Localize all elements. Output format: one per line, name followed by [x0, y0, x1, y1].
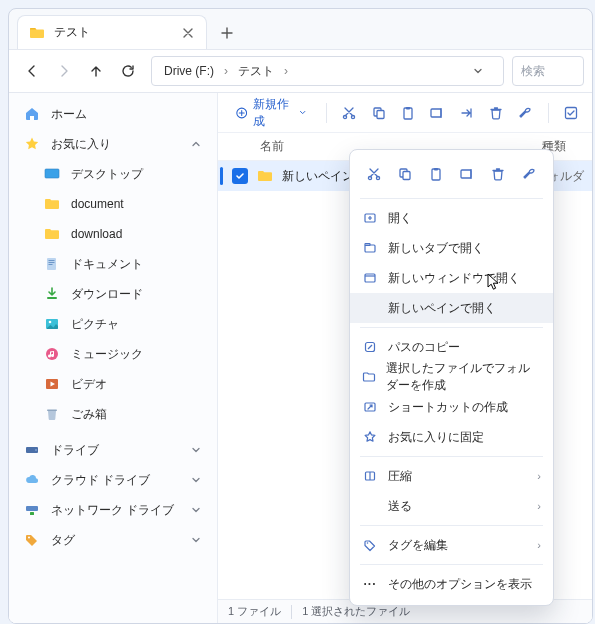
menu-copy-path[interactable]: パスのコピー: [350, 332, 553, 362]
tab-active[interactable]: テスト: [17, 15, 207, 49]
select-button[interactable]: [559, 98, 584, 128]
svg-rect-15: [30, 512, 34, 515]
menu-compress[interactable]: 圧縮 ›: [350, 461, 553, 491]
star-icon: [23, 135, 41, 153]
svg-rect-21: [377, 110, 384, 118]
plus-circle-icon: [236, 106, 247, 120]
ctx-properties-button[interactable]: [516, 160, 543, 188]
tab-title: テスト: [54, 24, 90, 41]
address-bar: Drive (F:) › テスト › 検索: [9, 49, 592, 93]
svg-rect-22: [404, 108, 412, 119]
svg-rect-31: [434, 168, 438, 171]
delete-button[interactable]: [483, 98, 508, 128]
menu-send-to[interactable]: 送る ›: [350, 491, 553, 521]
ctx-paste-button[interactable]: [422, 160, 449, 188]
menu-open[interactable]: 開く: [350, 203, 553, 233]
ctx-rename-button[interactable]: [454, 160, 481, 188]
new-button[interactable]: 新規作成: [226, 99, 316, 127]
svg-point-27: [376, 176, 379, 179]
sidebar-item-label: ビデオ: [71, 376, 107, 393]
new-tab-button[interactable]: [211, 17, 243, 49]
search-input[interactable]: 検索: [512, 56, 584, 86]
sidebar-item-downloads[interactable]: ダウンロード: [15, 279, 213, 309]
sidebar-item-label: お気に入り: [51, 136, 111, 153]
status-count: 1 ファイル: [228, 604, 281, 619]
ctx-copy-button[interactable]: [391, 160, 418, 188]
toolbar: 新規作成: [218, 93, 592, 133]
sidebar-item-music[interactable]: ミュージック: [15, 339, 213, 369]
refresh-button[interactable]: [113, 56, 143, 86]
chevron-up-icon[interactable]: [191, 139, 207, 149]
menu-label: 送る: [388, 498, 412, 515]
up-button[interactable]: [81, 56, 111, 86]
menu-create-shortcut[interactable]: ショートカットの作成: [350, 392, 553, 422]
more-icon: ···: [362, 576, 378, 592]
sidebar-item-favorites[interactable]: お気に入り: [15, 129, 213, 159]
sidebar-item-desktop[interactable]: デスクトップ: [15, 159, 213, 189]
cloud-icon: [23, 471, 41, 489]
folder-icon: [43, 225, 61, 243]
sidebar-item-home[interactable]: ホーム: [15, 99, 213, 129]
forward-button[interactable]: [49, 56, 79, 86]
blank-icon: [362, 498, 378, 514]
sidebar-item-document-folder[interactable]: document: [15, 189, 213, 219]
breadcrumb-folder[interactable]: テスト: [232, 61, 280, 82]
chevron-down-icon[interactable]: [191, 505, 207, 515]
chevron-down-icon[interactable]: [191, 445, 207, 455]
menu-edit-tags[interactable]: タグを編集 ›: [350, 530, 553, 560]
blank-icon: [362, 300, 378, 316]
sidebar-item-pictures[interactable]: ピクチャ: [15, 309, 213, 339]
tab-close-button[interactable]: [178, 23, 198, 43]
menu-create-folder-selection[interactable]: 選択したファイルでフォルダーを作成: [350, 362, 553, 392]
menu-label: ショートカットの作成: [388, 399, 508, 416]
rename-button[interactable]: [425, 98, 450, 128]
context-menu: 開く 新しいタブで開く 新しいウィンドウで開く 新しいペインで開く パスのコピー…: [349, 149, 554, 606]
videos-icon: [43, 375, 61, 393]
star-outline-icon: [362, 429, 378, 445]
chevron-down-icon[interactable]: [191, 535, 207, 545]
menu-open-new-tab[interactable]: 新しいタブで開く: [350, 233, 553, 263]
shortcut-icon: [362, 399, 378, 415]
sidebar-item-videos[interactable]: ビデオ: [15, 369, 213, 399]
copy-button[interactable]: [366, 98, 391, 128]
cut-button[interactable]: [337, 98, 362, 128]
menu-divider: [360, 564, 543, 565]
sidebar-item-download-folder[interactable]: download: [15, 219, 213, 249]
path-dropdown-button[interactable]: [473, 66, 497, 76]
menu-open-new-window[interactable]: 新しいウィンドウで開く: [350, 263, 553, 293]
menu-open-new-pane[interactable]: 新しいペインで開く: [350, 293, 553, 323]
paste-button[interactable]: [395, 98, 420, 128]
desktop-icon: [43, 165, 61, 183]
home-icon: [23, 105, 41, 123]
menu-divider: [360, 327, 543, 328]
breadcrumb-drive[interactable]: Drive (F:): [158, 62, 220, 80]
ctx-delete-button[interactable]: [485, 160, 512, 188]
menu-label: 新しいペインで開く: [388, 300, 496, 317]
back-button[interactable]: [17, 56, 47, 86]
sidebar-item-drives[interactable]: ドライブ: [15, 435, 213, 465]
chevron-down-icon[interactable]: [191, 475, 207, 485]
sidebar-item-network-drives[interactable]: ネットワーク ドライブ: [15, 495, 213, 525]
sidebar-item-trash[interactable]: ごみ箱: [15, 399, 213, 429]
properties-button[interactable]: [513, 98, 538, 128]
sidebar-item-cloud-drives[interactable]: クラウド ドライブ: [15, 465, 213, 495]
window-icon: [362, 270, 378, 286]
ctx-cut-button[interactable]: [360, 160, 387, 188]
download-icon: [43, 285, 61, 303]
sidebar-item-label: クラウド ドライブ: [51, 472, 150, 489]
svg-point-26: [368, 176, 371, 179]
share-button[interactable]: [454, 98, 479, 128]
svg-rect-23: [406, 107, 410, 110]
sidebar: ホーム お気に入り デスクトップ document download: [9, 93, 218, 623]
svg-rect-5: [49, 264, 53, 265]
drive-icon: [23, 441, 41, 459]
row-indicator: [220, 167, 223, 185]
sidebar-item-documents[interactable]: ドキュメント: [15, 249, 213, 279]
row-checkbox[interactable]: [232, 168, 248, 184]
menu-label: 新しいタブで開く: [388, 240, 484, 257]
sidebar-item-tags[interactable]: タグ: [15, 525, 213, 555]
breadcrumb-path[interactable]: Drive (F:) › テスト ›: [151, 56, 504, 86]
menu-more-options[interactable]: ··· その他のオプションを表示: [350, 569, 553, 599]
pictures-icon: [43, 315, 61, 333]
menu-pin-favorites[interactable]: お気に入りに固定: [350, 422, 553, 452]
